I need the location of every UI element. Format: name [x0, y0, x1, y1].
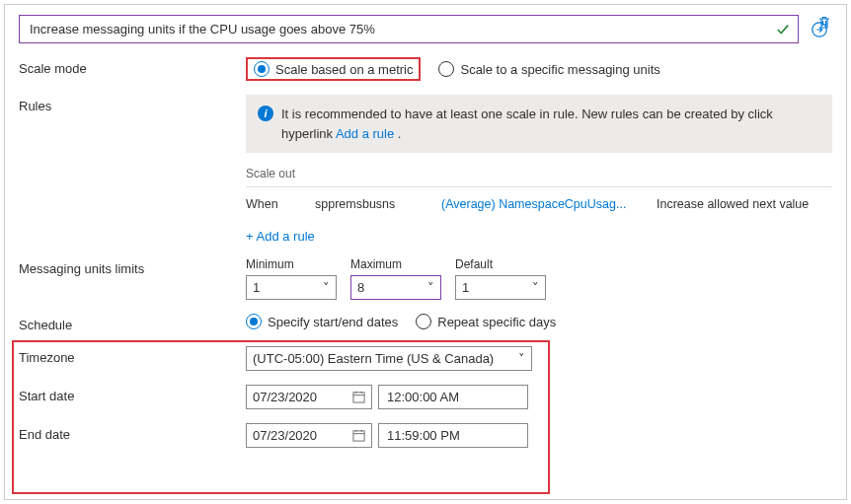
schedule-row: Schedule Specify start/end dates Repeat …: [19, 314, 832, 332]
rules-content: i It is recommended to have at least one…: [246, 95, 832, 244]
scale-out-section: Scale out When sppremsbusns (Average) Na…: [246, 167, 832, 244]
condition-name-wrap: [19, 15, 799, 43]
radio-dot-icon: [254, 61, 270, 77]
rule-resource: sppremsbusns: [315, 197, 424, 211]
radio-scale-specific[interactable]: Scale to a specific messaging units: [438, 61, 659, 77]
scale-mode-label: Scale mode: [19, 57, 246, 76]
start-time-value: 12:00:00 AM: [387, 390, 459, 404]
rule-metric: (Average) NamespaceCpuUsag...: [441, 197, 639, 211]
end-date-picker[interactable]: 07/23/2020: [246, 423, 372, 448]
condition-title-row: [19, 15, 832, 43]
end-time-input[interactable]: 11:59:00 PM: [378, 423, 528, 448]
rules-label: Rules: [19, 95, 246, 113]
max-col: Maximum 8 ˅: [350, 257, 441, 300]
timezone-row: Timezone (UTC-05:00) Eastern Time (US & …: [19, 346, 832, 371]
timezone-select[interactable]: (UTC-05:00) Eastern Time (US & Canada) ˅: [246, 346, 532, 371]
autoscale-condition-panel: Scale mode Scale based on a metric Scale…: [4, 4, 847, 500]
rule-action: Increase allowed next value: [657, 197, 809, 211]
start-time-input[interactable]: 12:00:00 AM: [378, 385, 528, 409]
def-label: Default: [455, 257, 546, 271]
end-time-value: 11:59:00 PM: [387, 428, 460, 443]
radio-repeat-label: Repeat specific days: [437, 315, 556, 329]
radio-schedule-repeat[interactable]: Repeat specific days: [416, 314, 556, 329]
rules-period: .: [398, 126, 402, 141]
def-value: 1: [462, 280, 469, 295]
radio-scale-specific-label: Scale to a specific messaging units: [460, 62, 659, 77]
start-date-value: 07/23/2020: [253, 390, 317, 404]
add-rule-link[interactable]: + Add a rule: [246, 229, 315, 244]
radio-startend-label: Specify start/end dates: [268, 315, 398, 329]
max-value: 8: [357, 280, 364, 295]
delete-icon[interactable]: [816, 15, 832, 31]
svg-rect-5: [353, 431, 364, 441]
timezone-label: Timezone: [19, 346, 246, 365]
radio-empty-icon: [438, 61, 454, 77]
condition-name-box[interactable]: [19, 15, 799, 43]
min-select[interactable]: 1 ˅: [246, 275, 337, 300]
end-date-value: 07/23/2020: [253, 428, 317, 443]
limits-content: Minimum 1 ˅ Maximum 8 ˅ Default 1 ˅: [246, 257, 832, 300]
max-label: Maximum: [350, 257, 441, 271]
chevron-down-icon: ˅: [518, 351, 525, 366]
radio-scale-metric[interactable]: Scale based on a metric: [254, 61, 413, 77]
scale-out-title: Scale out: [246, 167, 832, 187]
scale-mode-row: Scale mode Scale based on a metric Scale…: [19, 57, 832, 81]
chevron-down-icon: ˅: [532, 280, 539, 295]
limits-label: Messaging units limits: [19, 257, 246, 276]
condition-name-input[interactable]: [28, 21, 770, 37]
start-date-row: Start date 07/23/2020 12:00:00 AM: [19, 385, 832, 409]
check-icon: [776, 23, 790, 36]
rules-info-text: It is recommended to have at least one s…: [281, 105, 820, 143]
calendar-icon: [352, 391, 365, 403]
end-date-content: 07/23/2020 11:59:00 PM: [246, 423, 832, 448]
radio-dot-icon: [246, 314, 262, 329]
end-date-row: End date 07/23/2020 11:59:00 PM: [19, 423, 832, 448]
def-select[interactable]: 1 ˅: [455, 275, 546, 300]
scale-rule-row[interactable]: When sppremsbusns (Average) NamespaceCpu…: [246, 197, 832, 211]
svg-rect-1: [353, 393, 364, 402]
highlight-scale-metric: Scale based on a metric: [246, 57, 421, 81]
start-date-content: 07/23/2020 12:00:00 AM: [246, 385, 832, 409]
end-date-label: End date: [19, 423, 246, 442]
scale-mode-options: Scale based on a metric Scale to a speci…: [246, 57, 832, 81]
radio-empty-icon: [416, 314, 431, 329]
rules-info-box: i It is recommended to have at least one…: [246, 95, 832, 153]
min-label: Minimum: [246, 257, 337, 271]
add-rule-link-inline[interactable]: Add a rule: [336, 126, 394, 141]
min-value: 1: [253, 280, 260, 295]
rules-row: Rules i It is recommended to have at lea…: [19, 95, 832, 244]
max-select[interactable]: 8 ˅: [350, 275, 441, 300]
chevron-down-icon: ˅: [427, 280, 434, 295]
schedule-label: Schedule: [19, 314, 246, 332]
start-date-label: Start date: [19, 385, 246, 403]
limits-row: Messaging units limits Minimum 1 ˅ Maxim…: [19, 257, 832, 300]
info-icon: i: [258, 106, 273, 121]
radio-schedule-startend[interactable]: Specify start/end dates: [246, 314, 398, 329]
radio-scale-metric-label: Scale based on a metric: [275, 62, 413, 77]
def-col: Default 1 ˅: [455, 257, 546, 300]
min-col: Minimum 1 ˅: [246, 257, 337, 300]
schedule-options: Specify start/end dates Repeat specific …: [246, 314, 832, 329]
timezone-content: (UTC-05:00) Eastern Time (US & Canada) ˅: [246, 346, 832, 371]
calendar-icon: [352, 429, 365, 442]
chevron-down-icon: ˅: [323, 280, 330, 295]
start-date-picker[interactable]: 07/23/2020: [246, 385, 372, 409]
rule-when: When: [246, 197, 297, 211]
timezone-value: (UTC-05:00) Eastern Time (US & Canada): [253, 351, 494, 366]
